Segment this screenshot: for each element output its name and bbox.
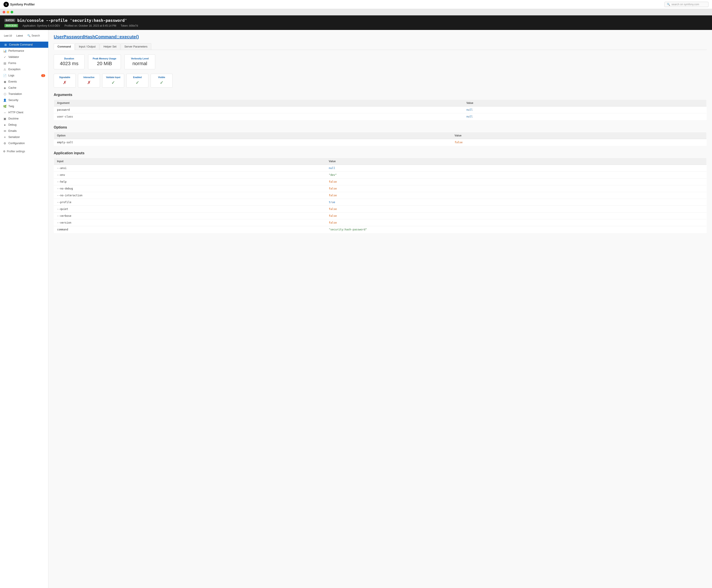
flag-interactive-label: Interactive <box>82 76 96 79</box>
sidebar-label-console-command: Console Command <box>9 43 45 46</box>
profiler-settings[interactable]: ⚙ Profiler settings <box>0 148 48 155</box>
search-icon: 🔍 <box>667 3 670 6</box>
table-row: --verbose false <box>54 213 707 219</box>
options-col-option: Option <box>54 132 451 139</box>
sidebar-label-http-client: HTTP Client <box>8 111 45 114</box>
search-button[interactable]: 🔍 Search <box>25 34 42 38</box>
sidebar-item-configuration[interactable]: ⚙ Configuration <box>0 140 48 146</box>
app-input-value: null <box>326 165 707 172</box>
tab-helper-set[interactable]: Helper Set <box>100 43 120 50</box>
settings-icon: ⚙ <box>3 150 5 153</box>
sidebar-item-translation[interactable]: ⬡ Translation <box>0 91 48 97</box>
events-icon: ◉ <box>3 80 6 83</box>
flag-visible-label: Visible <box>154 76 169 79</box>
sidebar-item-forms[interactable]: ▤ Forms <box>0 60 48 66</box>
app-inputs-table: Input Value --ansi null --env "dev" --he… <box>54 158 707 233</box>
emails-icon: ✉ <box>3 129 6 133</box>
sidebar-label-security: Security <box>8 99 45 102</box>
option-empty-salt-key: empty-salt <box>54 139 451 146</box>
tab-command[interactable]: Command <box>54 43 75 50</box>
flag-validate-input: Validate Input ✓ <box>102 74 124 88</box>
app-inputs-section-title: Application inputs <box>54 151 707 155</box>
top-bar: S Symfony Profiler 🔍 search on symfony.c… <box>0 0 712 9</box>
logs-badge: 2 <box>41 74 45 77</box>
header-command-row: BATCH bin/console --profile 'security:ha… <box>4 18 708 23</box>
validator-icon: ✓ <box>3 55 6 59</box>
sidebar-item-performance[interactable]: 📊 Performance <box>0 48 48 54</box>
exception-icon: ⚠ <box>3 67 6 71</box>
tab-server-parameters[interactable]: Server Parameters <box>121 43 151 50</box>
app-name: Symfony Profiler <box>10 3 35 6</box>
doctrine-icon: ▣ <box>3 117 6 120</box>
minimize-window-btn[interactable] <box>6 11 9 14</box>
app-input-key: --profile <box>54 199 326 206</box>
arguments-section-title: Arguments <box>54 93 707 97</box>
flag-interactive-icon: ✗ <box>82 80 96 85</box>
table-row: empty-salt false <box>54 139 707 146</box>
configuration-icon: ⚙ <box>3 142 6 145</box>
sidebar-item-doctrine[interactable]: ▣ Doctrine <box>0 115 48 122</box>
app-input-value: false <box>326 206 707 213</box>
flag-enabled-label: Enabled <box>130 76 145 79</box>
last10-button[interactable]: Last 10 <box>2 34 14 38</box>
sidebar-item-cache[interactable]: ◈ Cache <box>0 85 48 91</box>
stat-duration-value: 4023 ms <box>58 61 80 66</box>
tab-input-output[interactable]: Input / Output <box>75 43 99 50</box>
sidebar-nav-top: Last 10 Latest 🔍 Search <box>0 32 48 40</box>
option-empty-salt-value: false <box>451 139 707 146</box>
main-container: Last 10 Latest 🔍 Search ⊞ Console Comman… <box>0 30 712 588</box>
sidebar-item-validator[interactable]: ✓ Validator <box>0 54 48 60</box>
debug-icon: ● <box>3 123 6 127</box>
header-command-text: bin/console --profile 'security:hash-pas… <box>17 18 127 23</box>
stat-verbosity-value: normal <box>129 61 150 66</box>
serializer-icon: ≡ <box>3 135 6 139</box>
sidebar-item-emails[interactable]: ✉ Emails <box>0 128 48 134</box>
flags-row: Signalable ✗ Interactive ✗ Validate Inpu… <box>54 74 707 88</box>
app-input-key: command <box>54 226 326 233</box>
logo-icon: S <box>3 2 9 7</box>
page-title: UserPasswordHashCommand::execute() <box>54 34 707 39</box>
flag-enabled: Enabled ✓ <box>126 74 148 88</box>
stat-memory-label: Peak Memory Usage <box>93 57 116 60</box>
twig-icon: 🌿 <box>3 105 6 108</box>
arguments-col-value: Value <box>463 100 707 106</box>
sidebar-label-debug: Debug <box>8 123 45 126</box>
sidebar-label-translation: Translation <box>8 92 45 96</box>
app-input-value: false <box>326 178 707 185</box>
close-window-btn[interactable] <box>3 11 5 14</box>
table-row: --no-debug false <box>54 185 707 192</box>
arguments-col-argument: Argument <box>54 100 464 106</box>
sidebar-label-forms: Forms <box>8 62 45 65</box>
table-row: password null <box>54 106 707 113</box>
logs-icon: 📄 <box>3 74 6 77</box>
sidebar-item-debug[interactable]: ● Debug <box>0 122 48 128</box>
app-inputs-col-value: Value <box>326 158 707 165</box>
sidebar-item-twig[interactable]: 🌿 Twig <box>0 103 48 109</box>
argument-password-value: null <box>463 106 707 113</box>
stat-duration: Duration 4023 ms <box>54 54 84 69</box>
search-placeholder: search on symfony.com <box>671 3 699 6</box>
sidebar-item-security[interactable]: 👤 Security <box>0 97 48 103</box>
sidebar-item-console-command[interactable]: ⊞ Console Command <box>0 42 48 48</box>
sidebar-item-events[interactable]: ◉ Events <box>0 79 48 85</box>
options-col-value: Value <box>451 132 707 139</box>
argument-user-class-value: null <box>463 113 707 120</box>
sidebar-label-twig: Twig <box>8 105 45 108</box>
sidebar-label-logs: Logs <box>8 74 39 77</box>
http-client-icon: ↔ <box>3 111 6 114</box>
sidebar-item-exception[interactable]: ⚠ Exception <box>0 66 48 72</box>
argument-password-key: password <box>54 106 464 113</box>
app-input-value: "dev" <box>326 172 707 178</box>
sidebar-item-serializer[interactable]: ≡ Serializer <box>0 134 48 140</box>
sidebar-item-http-client[interactable]: ↔ HTTP Client <box>0 109 48 115</box>
sidebar-item-logs[interactable]: 📄 Logs 2 <box>0 72 48 79</box>
search-bar[interactable]: 🔍 search on symfony.com <box>665 2 709 7</box>
sidebar: Last 10 Latest 🔍 Search ⊞ Console Comman… <box>0 30 48 588</box>
maximize-window-btn[interactable] <box>11 11 13 14</box>
success-badge: SUCCESS <box>4 24 18 27</box>
tabs-bar: Command Input / Output Helper Set Server… <box>54 43 707 50</box>
app-input-value: false <box>326 219 707 226</box>
options-table: Option Value empty-salt false <box>54 132 707 146</box>
latest-button[interactable]: Latest <box>15 34 25 38</box>
arguments-table: Argument Value password null user-class … <box>54 100 707 120</box>
